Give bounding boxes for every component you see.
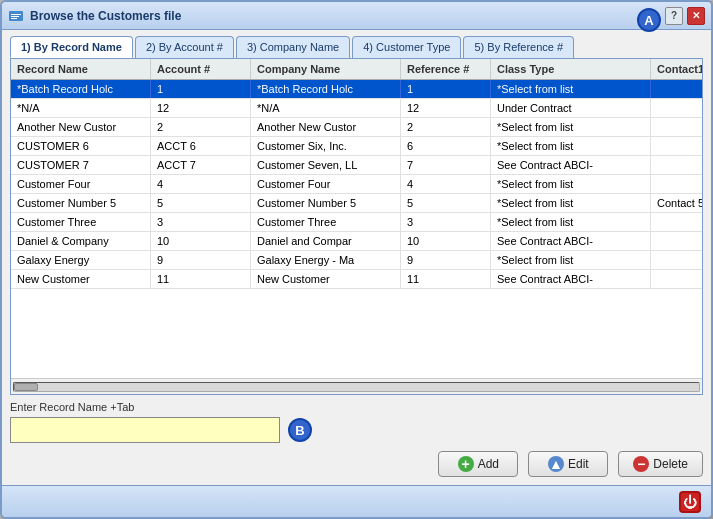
cell-record-name: CUSTOMER 6 [11,137,151,155]
cell-reference: 6 [401,137,491,155]
edit-icon: ▲ [548,456,564,472]
table-row[interactable]: CUSTOMER 6 ACCT 6 Customer Six, Inc. 6 *… [11,137,702,156]
close-button[interactable]: ✕ [687,7,705,25]
cell-class-type: *Select from list [491,118,651,136]
cell-company: Customer Seven, LL [251,156,401,174]
cell-company: Customer Number 5 [251,194,401,212]
cell-reference: 4 [401,175,491,193]
help-button[interactable]: ? [665,7,683,25]
delete-icon: − [633,456,649,472]
col-account: Account # [151,59,251,79]
add-label: Add [478,457,499,471]
horizontal-scrollbar[interactable] [11,378,702,394]
input-row: B [10,417,703,443]
cell-contact [651,213,702,231]
cell-class-type: See Contract ABCI- [491,156,651,174]
cell-account: 9 [151,251,251,269]
a-badge: A [637,8,661,32]
table-header: Record Name Account # Company Name Refer… [11,59,702,80]
tab-by-reference[interactable]: 5) By Reference # [463,36,574,58]
cell-class-type: Under Contract [491,99,651,117]
cell-account: 10 [151,232,251,250]
col-contact: Contact1 [651,59,703,79]
cell-account: 12 [151,99,251,117]
col-record-name: Record Name [11,59,151,79]
col-reference: Reference # [401,59,491,79]
table-row[interactable]: Daniel & Company 10 Daniel and Compar 10… [11,232,702,251]
col-company-name: Company Name [251,59,401,79]
table-row[interactable]: Customer Number 5 5 Customer Number 5 5 … [11,194,702,213]
cell-record-name: Customer Three [11,213,151,231]
delete-button[interactable]: − Delete [618,451,703,477]
tab-bar: 1) By Record Name 2) By Account # 3) Com… [10,36,703,58]
cell-account: ACCT 6 [151,137,251,155]
table-row[interactable]: Galaxy Energy 9 Galaxy Energy - Ma 9 *Se… [11,251,702,270]
cell-class-type: See Contract ABCI- [491,270,651,288]
cell-class-type: *Select from list [491,175,651,193]
cell-account: 2 [151,118,251,136]
cell-reference: 12 [401,99,491,117]
table-row[interactable]: *Batch Record Holc 1 *Batch Record Holc … [11,80,702,99]
cell-contact [651,270,702,288]
cell-contact [651,80,702,98]
cell-class-type: *Select from list [491,80,651,98]
cell-reference: 3 [401,213,491,231]
edit-button[interactable]: ▲ Edit [528,451,608,477]
bottom-area: Enter Record Name +Tab B + Add ▲ Edit − … [10,395,703,477]
cell-reference: 5 [401,194,491,212]
scrollbar-track[interactable] [13,382,700,392]
cell-account: 5 [151,194,251,212]
tab-by-account[interactable]: 2) By Account # [135,36,234,58]
power-button[interactable]: ⏻ [679,491,701,513]
table-row[interactable]: New Customer 11 New Customer 11 See Cont… [11,270,702,289]
title-bar: Browse the Customers file ? ✕ [2,2,711,30]
cell-record-name: Galaxy Energy [11,251,151,269]
input-label: Enter Record Name +Tab [10,401,703,413]
cell-reference: 11 [401,270,491,288]
b-badge: B [288,418,312,442]
window-icon [8,8,24,24]
cell-company: New Customer [251,270,401,288]
cell-contact [651,251,702,269]
cell-record-name: Customer Four [11,175,151,193]
table-row[interactable]: CUSTOMER 7 ACCT 7 Customer Seven, LL 7 S… [11,156,702,175]
cell-account: 4 [151,175,251,193]
cell-record-name: CUSTOMER 7 [11,156,151,174]
cell-company: *Batch Record Holc [251,80,401,98]
cell-contact [651,118,702,136]
title-bar-left: Browse the Customers file [8,8,181,24]
footer-bar: ⏻ [2,485,711,517]
cell-contact [651,156,702,174]
cell-class-type: *Select from list [491,251,651,269]
add-button[interactable]: + Add [438,451,518,477]
main-window: Browse the Customers file ? ✕ A 1) By Re… [0,0,713,519]
cell-account: ACCT 7 [151,156,251,174]
tab-customer-type[interactable]: 4) Customer Type [352,36,461,58]
cell-class-type: *Select from list [491,137,651,155]
customer-table: Record Name Account # Company Name Refer… [10,58,703,395]
cell-reference: 1 [401,80,491,98]
cell-record-name: Customer Number 5 [11,194,151,212]
cell-contact: Contact 5. [651,194,702,212]
cell-company: Customer Six, Inc. [251,137,401,155]
table-row[interactable]: Customer Three 3 Customer Three 3 *Selec… [11,213,702,232]
col-class-type: Class Type [491,59,651,79]
cell-contact [651,232,702,250]
svg-rect-3 [11,18,17,19]
title-bar-right: ? ✕ [665,7,705,25]
action-buttons: + Add ▲ Edit − Delete [10,451,703,477]
tab-company-name[interactable]: 3) Company Name [236,36,350,58]
tab-by-record-name[interactable]: 1) By Record Name [10,36,133,58]
edit-label: Edit [568,457,589,471]
cell-record-name: New Customer [11,270,151,288]
delete-label: Delete [653,457,688,471]
table-row[interactable]: *N/A 12 *N/A 12 Under Contract [11,99,702,118]
cell-company: Customer Three [251,213,401,231]
record-name-input[interactable] [10,417,280,443]
cell-contact [651,137,702,155]
scrollbar-thumb[interactable] [14,383,38,391]
table-row[interactable]: Customer Four 4 Customer Four 4 *Select … [11,175,702,194]
cell-reference: 10 [401,232,491,250]
table-row[interactable]: Another New Custor 2 Another New Custor … [11,118,702,137]
content-area: 1) By Record Name 2) By Account # 3) Com… [2,30,711,485]
